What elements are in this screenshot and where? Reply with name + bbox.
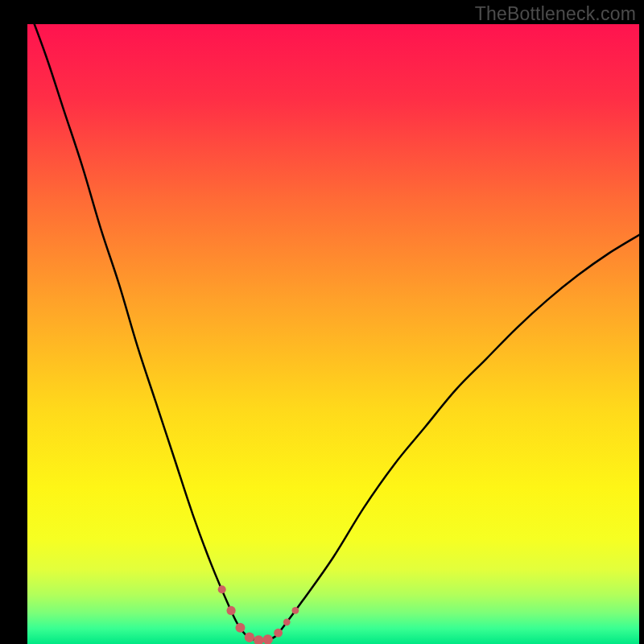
optimal-marker-dot [283, 618, 291, 625]
bottleneck-chart [27, 24, 639, 644]
optimal-marker-dot [274, 629, 283, 638]
optimal-marker-dot [291, 607, 299, 614]
chart-frame: TheBottleneck.com [0, 0, 644, 644]
optimal-marker-dot [218, 585, 226, 593]
optimal-marker-dot [235, 623, 245, 633]
optimal-marker-dot [245, 632, 254, 642]
optimal-marker-dot [226, 606, 235, 615]
watermark-text: TheBottleneck.com [475, 3, 636, 25]
gradient-background [27, 24, 639, 644]
